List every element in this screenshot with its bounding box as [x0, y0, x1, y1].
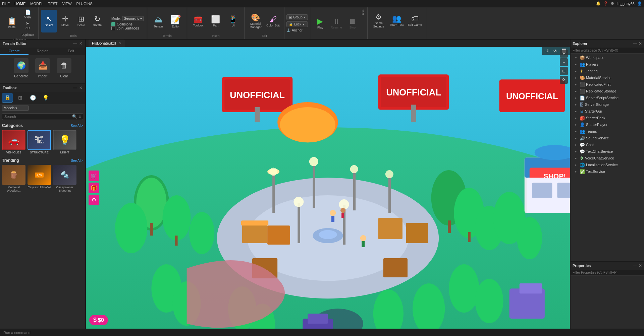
terrain-editor-close-icon[interactable]: ✕ [79, 41, 83, 46]
viewport-zoom-in-button[interactable]: + [560, 50, 568, 58]
tree-item-lighting[interactable]: ☀ Lighting [571, 68, 644, 74]
viewport-ui-btn[interactable]: UI [544, 48, 551, 54]
toolbox-button[interactable]: 🧰 Toolbox [190, 9, 207, 33]
category-structure[interactable]: 🏗 STRUCTURE [28, 130, 51, 154]
terrain-editor-collapse-icon[interactable]: — [73, 41, 77, 46]
properties-search-input[interactable] [573, 271, 642, 274]
editor-button[interactable]: 📝 Editor [167, 9, 184, 33]
ui-button[interactable]: 📱 UI [225, 9, 241, 33]
toolbox-close-icon[interactable]: ✕ [79, 85, 83, 90]
toolbox-search-input[interactable] [4, 115, 72, 119]
settings-icon[interactable]: ⚙ [611, 1, 614, 6]
toolbox-tab-grid[interactable]: ⊞ [15, 93, 25, 103]
terrain-button[interactable]: ⛰ Terrain [150, 9, 167, 33]
copy-button[interactable]: 📄 Copy [20, 9, 36, 19]
rotate-button[interactable]: ↻ Rotate [90, 10, 105, 32]
tree-item-players[interactable]: 👥 Players [571, 61, 644, 68]
toolbox-collapse-icon[interactable]: — [73, 85, 77, 90]
select-button[interactable]: ↖ Select [41, 10, 57, 32]
collisions-checkbox[interactable]: Collisions [111, 22, 144, 26]
play-button[interactable]: ▶ Play [313, 11, 328, 35]
move-button[interactable]: ✛ Move [57, 10, 73, 32]
menu-item-home[interactable]: HOME [14, 2, 25, 6]
tree-item-text-chat[interactable]: 💬 TextChatService [571, 148, 644, 155]
paste-button[interactable]: 📋 Paste [4, 12, 19, 35]
trending-medieval[interactable]: 🪵 Medieval Wooden... [2, 165, 25, 192]
resume-button[interactable]: ⏸ Resume [329, 11, 344, 35]
menu-item-model[interactable]: MODEL [30, 2, 43, 6]
tree-item-test-service[interactable]: ✅ TestService [571, 168, 644, 175]
anchor-label: Anchor [292, 28, 303, 32]
category-vehicles[interactable]: 🚗 VEHICLES [2, 130, 25, 154]
tree-item-teams[interactable]: 👥 Teams [571, 128, 644, 135]
terrain-tab-create[interactable]: Create [0, 48, 29, 55]
team-test-button[interactable]: 👥 Team Test [388, 9, 405, 32]
menu-item-test[interactable]: TEST [48, 2, 57, 6]
tree-item-starter-gui[interactable]: 🖥 StarterGui [571, 108, 644, 115]
part-button[interactable]: ⬜ Part [207, 9, 224, 33]
stop-button[interactable]: ⏹ Stop [345, 11, 360, 35]
scale-button[interactable]: ⊞ Scale [73, 10, 89, 32]
explorer-collapse-icon[interactable]: — [633, 41, 637, 46]
viewport-tab-close-icon[interactable]: ✕ [119, 42, 121, 45]
tree-item-localization[interactable]: 🌐 LocalizationService [571, 161, 644, 168]
cut-button[interactable]: ✂ Cut [20, 20, 36, 31]
tree-item-server-storage[interactable]: 🗄 ServerStorage [571, 101, 644, 108]
join-surfaces-checkbox[interactable]: Join Surfaces [111, 26, 144, 30]
explorer-search-input[interactable] [573, 49, 642, 52]
toolbox-models-dropdown[interactable]: Models ▾ [2, 106, 29, 111]
tree-item-material-service[interactable]: 🎨 MaterialService [571, 74, 644, 81]
group-button[interactable]: ▣ Group ▾ [286, 14, 308, 20]
viewport-tab-main[interactable]: PlsDonate.rbxl ✕ [89, 40, 125, 47]
color-edit-button[interactable]: 🖌 Color Edit [265, 9, 281, 33]
import-action[interactable]: 📥 Import [35, 58, 50, 78]
tree-item-starter-player[interactable]: 👤 StarterPlayer [571, 121, 644, 128]
toolbox-tab-lock[interactable]: 🔒 [2, 93, 13, 103]
viewport-nav-btn3[interactable]: ⊡ [560, 67, 568, 75]
viewport-zoom-out-button[interactable]: − [560, 58, 568, 66]
tree-item-sound-service[interactable]: 🔊 SoundService [571, 135, 644, 141]
mode-dropdown[interactable]: Geometric ▾ [122, 16, 144, 21]
duplicate-button[interactable]: Duplicate [20, 31, 36, 38]
terrain-tab-edit[interactable]: Edit [57, 48, 85, 55]
lock-button[interactable]: 🔒 Lock ▾ [286, 21, 308, 27]
tree-item-workspace[interactable]: 📦 Workspace [571, 54, 644, 61]
properties-close-icon[interactable]: ✕ [639, 263, 642, 268]
clear-action[interactable]: 🗑 Clear [57, 58, 71, 78]
test-service-icon: ✅ [580, 169, 585, 174]
edit-game-button[interactable]: 🏷 Edit Game [407, 9, 423, 32]
command-input[interactable] [3, 331, 641, 335]
viewport-cart-button[interactable]: 🛒 [89, 171, 99, 181]
game-settings-button[interactable]: ⚙ Game Settings [370, 9, 387, 32]
tree-item-replicated-first[interactable]: ⬛ ReplicatedFirst [571, 81, 644, 88]
menu-item-plugins[interactable]: PLUGINS [76, 2, 93, 6]
tree-item-starter-pack[interactable]: 🎒 StarterPack [571, 115, 644, 121]
menu-item-file[interactable]: FILE [2, 2, 10, 6]
material-manager-button[interactable]: 🎨 Material Manager [247, 9, 264, 33]
viewport-nav-btn4[interactable]: ⟳ [560, 76, 568, 84]
right-divider[interactable] [570, 40, 570, 329]
generate-action[interactable]: 🌍 Generate [14, 58, 29, 78]
trending-raycast[interactable]: </> RaycastHitboxV4 [28, 165, 51, 192]
category-light[interactable]: 💡 LIGHT [53, 130, 76, 154]
tree-item-server-script[interactable]: 📄 ServerScriptService [571, 94, 644, 101]
help-icon[interactable]: ❓ [603, 1, 608, 6]
trending-car-spawner[interactable]: 🔩 Car spawner Blueprint [53, 165, 76, 192]
categories-see-all[interactable]: See All> [71, 124, 83, 128]
viewport-gift-button[interactable]: 🎁 [89, 183, 99, 193]
toolbox-tab-bulb[interactable]: 💡 [40, 93, 51, 103]
tree-item-voice-chat[interactable]: 🎙 VoiceChatService [571, 155, 644, 161]
viewport-eye-icon[interactable]: 👁 [552, 48, 559, 54]
terrain-tab-region[interactable]: Region [29, 48, 57, 55]
tree-item-replicated-storage[interactable]: ⬛ ReplicatedStorage [571, 88, 644, 94]
anchor-button[interactable]: ⚓ Anchor [286, 28, 308, 32]
properties-collapse-icon[interactable]: — [633, 263, 637, 268]
viewport-settings-button[interactable]: ⚙ [89, 195, 99, 205]
toolbox-tab-clock[interactable]: 🕐 [28, 93, 38, 103]
explorer-close-icon[interactable]: ✕ [639, 41, 642, 46]
notification-icon[interactable]: 🔔 [596, 1, 601, 6]
viewport[interactable]: UI 👁 ⬜ [86, 47, 570, 329]
tree-item-chat[interactable]: 💬 Chat [571, 141, 644, 148]
menu-item-view[interactable]: VIEW [62, 2, 71, 6]
trending-see-all[interactable]: See All> [71, 159, 83, 162]
